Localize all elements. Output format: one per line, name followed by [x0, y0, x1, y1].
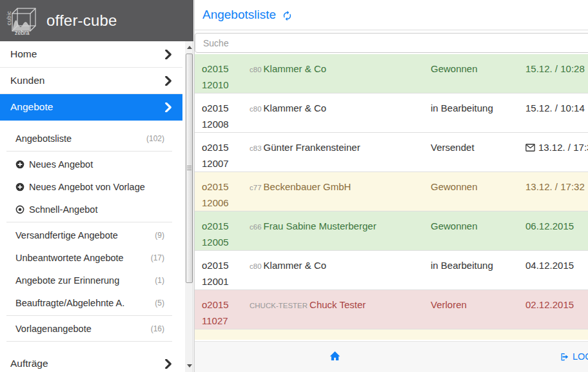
offer-id: o2015 12001 — [202, 257, 242, 289]
offer-customer: c83Günter Frankensteiner — [250, 139, 427, 157]
submenu-divider — [6, 222, 172, 222]
sidebar-bottom-nav: Aufträge — [0, 351, 182, 372]
home-icon[interactable] — [329, 351, 340, 361]
sidebar-item-auftraege[interactable]: Aufträge — [0, 351, 182, 372]
offer-customer: c80Klammer & Co — [250, 100, 427, 117]
sidebar-action[interactable]: Neues Angebot von Vorlage — [0, 175, 182, 198]
customer-name: Chuck Tester — [309, 299, 366, 310]
refresh-icon[interactable] — [282, 10, 293, 21]
offer-id: o2015 12007 — [202, 139, 242, 171]
offer-status: in Bearbeitung — [431, 257, 522, 273]
offer-id: o2015 12005 — [202, 218, 242, 250]
offer-status: Versendet — [431, 139, 522, 155]
offer-id: o2015 11027 — [202, 297, 242, 329]
sidebar-item-label: Kunden — [10, 75, 44, 86]
offer-date: 15.12. / 10:14 — [525, 100, 585, 116]
offer-list: o2015 12010 c80Klammer & Co Gewonnen 15.… — [195, 54, 588, 329]
customer-number: c83 — [250, 144, 262, 152]
sidebar-sublink[interactable]: Angebote zur Erinnerung (1) — [0, 269, 182, 291]
customer-name: Beckenbauer GmbH — [264, 181, 351, 192]
sidebar-item-label: Home — [10, 48, 37, 60]
main-header: Angebotsliste — [195, 0, 588, 30]
sign-out-icon — [559, 352, 569, 362]
offer-customer: c80Klammer & Co — [250, 257, 427, 275]
offer-status: Gewonnen — [431, 218, 522, 234]
chevron-right-icon — [165, 103, 172, 112]
svg-text:cubic: cubic — [6, 10, 12, 25]
sidebar-sublink-label: Angebotsliste — [15, 133, 72, 144]
logout-button[interactable]: LOGOUT — [559, 351, 588, 362]
offer-customer: CHUCK-TESTERChuck Tester — [250, 297, 427, 314]
scrollbar-up-arrow[interactable] — [185, 43, 193, 52]
scrollbar-down-arrow[interactable] — [185, 361, 193, 371]
customer-number: c80 — [250, 105, 262, 113]
sidebar-item-label: Aufträge — [10, 358, 48, 369]
chevron-right-icon — [165, 359, 172, 369]
offer-row[interactable]: o2015 12010 c80Klammer & Co Gewonnen 15.… — [195, 54, 588, 93]
brand-header: cubic zebra offer-cube — [0, 0, 193, 41]
sidebar-action[interactable]: Neues Angebot — [0, 153, 182, 175]
offer-id: o2015 12010 — [202, 61, 242, 93]
sidebar-action-label: Neues Angebot — [29, 159, 93, 170]
offer-row[interactable]: o2015 12007 c83Günter Frankensteiner Ver… — [195, 133, 588, 172]
sidebar: cubic zebra offer-cube Home Kunden Angeb… — [0, 0, 193, 372]
logout-label: LOGOUT — [573, 351, 588, 362]
sidebar-sublink-label: Beauftragte/Abgelehnte A. — [15, 298, 124, 308]
sidebar-top-nav: Home Kunden Angebote — [0, 41, 182, 121]
scrollbar-thumb[interactable] — [186, 54, 193, 283]
search-input[interactable] — [195, 33, 588, 53]
count-badge: (1) — [155, 276, 164, 285]
offer-customer: c77Beckenbauer GmbH — [250, 179, 427, 196]
offer-row[interactable]: o2015 12006 c77Beckenbauer GmbH Gewonnen… — [195, 172, 588, 211]
sidebar-action-label: Neues Angebot von Vorlage — [29, 182, 145, 192]
sidebar-item-home[interactable]: Home — [0, 41, 182, 68]
scrollbar-grip — [187, 166, 191, 171]
offer-row[interactable]: o2015 12005 c66Frau Sabine Musterberger … — [195, 211, 588, 251]
offer-date-text: 02.12.2015 — [525, 299, 574, 310]
sidebar-action[interactable]: Schnell-Angebot — [0, 198, 182, 220]
sidebar-sublink-label: Angebote zur Erinnerung — [15, 275, 119, 286]
sidebar-sublink[interactable]: Versandfertige Angebote (9) — [0, 224, 182, 246]
offer-date-text: 13.12. / 17:32 — [538, 142, 588, 153]
count-badge: (5) — [155, 299, 164, 308]
sidebar-sublink-label: Versandfertige Angebote — [15, 230, 118, 240]
app-title: offer-cube — [46, 12, 117, 30]
sidebar-sublink[interactable]: Angebotsliste (102) — [0, 127, 182, 150]
offer-row[interactable]: o2015 11027 CHUCK-TESTERChuck Tester Ver… — [195, 290, 588, 329]
sidebar-item-kunden[interactable]: Kunden — [0, 68, 182, 94]
customer-number: c80 — [250, 262, 262, 270]
sidebar-submenu: Angebotsliste (102) Neues Angebot Neues … — [0, 121, 182, 342]
customer-name: Klammer & Co — [264, 103, 327, 113]
app-window: cubic zebra offer-cube Home Kunden Angeb… — [0, 0, 588, 372]
offer-date: 02.12.2015 — [525, 297, 574, 313]
offer-row[interactable]: o2015 12008 c80Klammer & Co in Bearbeitu… — [195, 93, 588, 133]
customer-number: c77 — [250, 184, 262, 191]
offer-id: o2015 12008 — [202, 100, 242, 132]
offer-status: Gewonnen — [431, 61, 522, 77]
offer-date-text: 13.12. / 17:32 — [525, 181, 585, 192]
offer-date-text: 06.12.2015 — [525, 220, 574, 231]
sidebar-scrollbar[interactable] — [185, 41, 193, 372]
offer-date-text: 15.12. / 10:14 — [525, 103, 585, 113]
sidebar-item-angebote[interactable]: Angebote — [0, 94, 182, 121]
customer-name: Klammer & Co — [264, 260, 327, 271]
count-badge: (16) — [151, 324, 164, 333]
customer-number: c66 — [250, 223, 262, 231]
sidebar-sublink[interactable]: Beauftragte/Abgelehnte A. (5) — [0, 291, 182, 314]
count-badge: (17) — [151, 253, 164, 262]
sidebar-sublink[interactable]: Vorlagenangebote (16) — [0, 317, 182, 340]
chevron-right-icon — [165, 76, 172, 86]
offer-row[interactable]: o2015 12001 c80Klammer & Co in Bearbeitu… — [195, 251, 588, 290]
plus-circle-icon — [15, 182, 24, 191]
submenu-divider — [6, 151, 172, 152]
offer-status: in Bearbeitung — [431, 100, 522, 116]
offer-date-text: 15.12. / 10:28 — [525, 63, 585, 74]
partial-next-row[interactable] — [195, 329, 588, 340]
count-badge: (102) — [146, 134, 164, 143]
sidebar-sublink[interactable]: Unbeantwortete Angebote (17) — [0, 246, 182, 269]
offer-date: 13.12. / 17:32 — [525, 139, 588, 156]
footer-bar: LOGOUT — [195, 341, 588, 372]
count-badge: (9) — [155, 231, 164, 240]
customer-name: Frau Sabine Musterberger — [264, 220, 377, 231]
offer-status: Verloren — [431, 297, 522, 313]
